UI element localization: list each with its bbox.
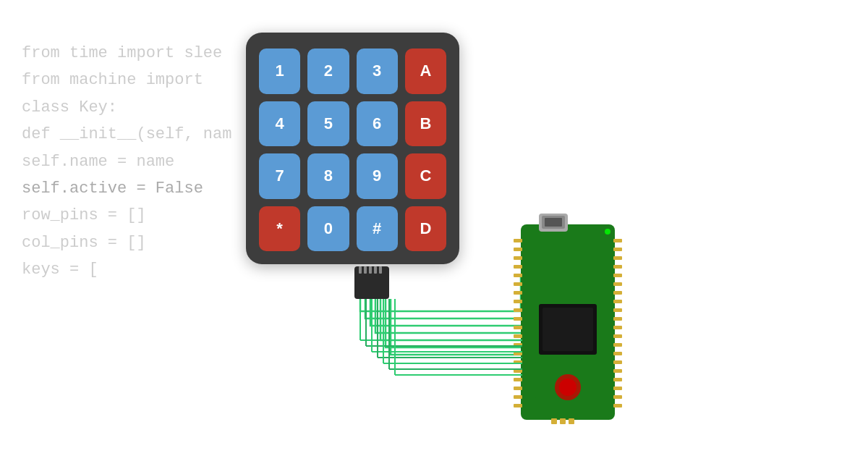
key-5[interactable]: 5: [307, 101, 349, 147]
svg-rect-7: [514, 239, 522, 242]
svg-rect-12: [514, 282, 522, 286]
svg-rect-33: [613, 291, 622, 295]
svg-rect-35: [613, 308, 622, 312]
svg-point-49: [559, 379, 576, 396]
svg-rect-39: [613, 343, 622, 347]
svg-rect-14: [514, 300, 522, 303]
svg-rect-42: [613, 369, 622, 373]
ribbon-header: [354, 266, 389, 299]
svg-rect-47: [542, 308, 593, 351]
pico-right-pins: [613, 239, 622, 408]
svg-rect-19: [514, 343, 522, 347]
svg-rect-20: [514, 352, 522, 355]
svg-rect-15: [514, 308, 522, 312]
svg-rect-51: [560, 418, 566, 424]
key-4[interactable]: 4: [259, 101, 300, 147]
svg-rect-6: [545, 218, 562, 227]
svg-rect-22: [514, 369, 522, 373]
svg-rect-31: [613, 274, 622, 277]
key-hash[interactable]: #: [357, 206, 398, 252]
svg-rect-38: [613, 334, 622, 338]
svg-rect-37: [613, 326, 622, 329]
svg-rect-45: [613, 395, 622, 399]
svg-rect-40: [613, 352, 622, 355]
svg-rect-26: [514, 404, 522, 408]
key-0[interactable]: 0: [307, 206, 349, 252]
svg-rect-41: [613, 360, 622, 364]
svg-rect-9: [514, 256, 522, 260]
svg-rect-46: [613, 404, 622, 408]
svg-rect-24: [514, 387, 522, 390]
svg-rect-43: [613, 378, 622, 381]
svg-rect-30: [613, 265, 622, 269]
svg-rect-8: [514, 248, 522, 251]
key-A[interactable]: A: [405, 48, 446, 94]
svg-rect-36: [613, 317, 622, 321]
key-star[interactable]: *: [259, 206, 300, 252]
svg-rect-1: [364, 266, 367, 274]
svg-rect-34: [613, 300, 622, 303]
key-8[interactable]: 8: [307, 153, 349, 199]
usb-connector: [539, 214, 568, 232]
key-D[interactable]: D: [405, 206, 446, 252]
svg-rect-16: [514, 317, 522, 321]
svg-rect-2: [369, 266, 372, 274]
keypad: 1 2 3 A 4 5 6 B 7 8 9 C * 0 # D: [246, 33, 459, 264]
svg-rect-25: [514, 395, 522, 399]
svg-rect-4: [379, 266, 382, 274]
pico-left-pins: [514, 239, 522, 408]
svg-rect-11: [514, 274, 522, 277]
svg-rect-3: [374, 266, 377, 274]
svg-rect-50: [551, 418, 557, 424]
svg-rect-27: [613, 239, 622, 242]
key-6[interactable]: 6: [357, 101, 398, 147]
svg-rect-18: [514, 334, 522, 338]
svg-rect-48: [535, 362, 600, 398]
rp2040-chip: [539, 304, 597, 355]
svg-rect-10: [514, 265, 522, 269]
key-B[interactable]: B: [405, 101, 446, 147]
key-3[interactable]: 3: [357, 48, 398, 94]
svg-rect-17: [514, 326, 522, 329]
svg-rect-32: [613, 282, 622, 286]
svg-rect-5: [542, 216, 565, 229]
pico-led: [605, 229, 610, 235]
key-1[interactable]: 1: [259, 48, 300, 94]
key-2[interactable]: 2: [307, 48, 349, 94]
raspberry-logo: [555, 374, 581, 400]
pico-pcb: [521, 224, 615, 420]
svg-rect-21: [514, 360, 522, 364]
svg-rect-52: [569, 418, 574, 424]
svg-rect-28: [613, 248, 622, 251]
svg-rect-29: [613, 256, 622, 260]
svg-rect-23: [514, 378, 522, 381]
svg-rect-0: [359, 266, 362, 274]
svg-rect-44: [613, 387, 622, 390]
svg-rect-13: [514, 291, 522, 295]
key-9[interactable]: 9: [357, 153, 398, 199]
key-C[interactable]: C: [405, 153, 446, 199]
key-7[interactable]: 7: [259, 153, 300, 199]
